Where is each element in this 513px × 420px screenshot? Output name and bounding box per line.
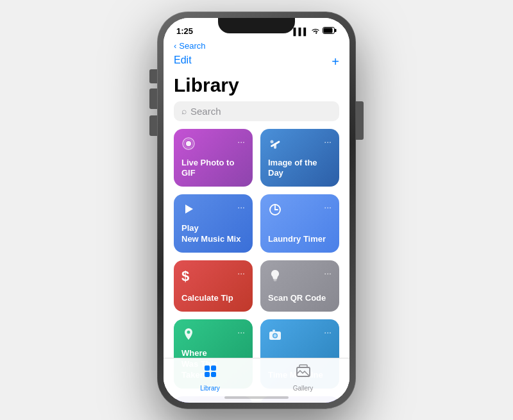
- search-placeholder: Search: [190, 106, 221, 117]
- screen-content: 1:25 ▌▌▌: [164, 18, 349, 403]
- tab-bar: Library Gallery: [164, 358, 349, 403]
- svg-rect-28: [205, 372, 210, 377]
- svg-point-8: [271, 140, 274, 143]
- shortcut-scan-qr[interactable]: ··· Scan QR Code: [260, 260, 339, 312]
- svg-rect-7: [274, 144, 276, 149]
- library-tab-icon: [203, 364, 218, 383]
- svg-rect-19: [273, 330, 275, 332]
- card-menu-icon[interactable]: ···: [324, 327, 332, 337]
- card-label: Live Photo to GIF: [181, 158, 245, 180]
- card-menu-icon[interactable]: ···: [324, 268, 332, 278]
- volume-up-button[interactable]: [149, 88, 157, 109]
- shortcut-laundry-timer[interactable]: ··· Laundry Timer: [260, 194, 339, 253]
- camera-icon: [268, 327, 282, 344]
- card-menu-icon[interactable]: ···: [237, 137, 245, 147]
- timer-icon: [268, 202, 282, 219]
- battery-icon: [323, 27, 337, 35]
- edit-button[interactable]: Edit: [174, 55, 192, 66]
- notch: [218, 18, 295, 33]
- lightbulb-icon: [268, 268, 282, 285]
- status-bar: 1:25 ▌▌▌: [164, 18, 349, 40]
- svg-point-15: [187, 331, 190, 334]
- location-icon: [181, 327, 196, 344]
- status-icons: ▌▌▌: [294, 27, 337, 36]
- svg-rect-2: [324, 28, 333, 33]
- svg-point-3: [186, 141, 191, 146]
- page-title: Library: [164, 74, 349, 101]
- back-arrow-icon: ‹: [174, 41, 176, 51]
- card-menu-icon[interactable]: ···: [324, 202, 332, 212]
- signal-icon: ▌▌▌: [294, 28, 308, 35]
- svg-rect-14: [274, 281, 276, 281]
- live-photo-icon: [181, 137, 196, 154]
- volume-down-button[interactable]: [149, 115, 157, 136]
- card-label: Scan QR Code: [268, 293, 332, 304]
- phone-screen: 1:25 ▌▌▌: [164, 18, 349, 403]
- svg-point-18: [274, 334, 277, 337]
- card-label: Calculate Tip: [181, 293, 245, 304]
- svg-rect-1: [335, 29, 337, 32]
- nav-back[interactable]: ‹ Search: [164, 40, 349, 52]
- play-icon: [181, 202, 196, 219]
- wifi-icon: [311, 27, 320, 36]
- tab-gallery-label: Gallery: [293, 385, 314, 392]
- dollar-icon: $: [181, 268, 189, 285]
- card-menu-icon[interactable]: ···: [237, 327, 245, 337]
- telescope-icon: [268, 137, 282, 154]
- card-menu-icon[interactable]: ···: [237, 202, 245, 212]
- card-menu-icon[interactable]: ···: [237, 268, 245, 278]
- shortcut-live-photo-gif[interactable]: ··· Live Photo to GIF: [174, 129, 253, 187]
- svg-rect-27: [211, 365, 216, 371]
- home-indicator: [224, 396, 289, 399]
- mute-button[interactable]: [149, 69, 157, 83]
- shortcut-image-of-day[interactable]: ··· Image of the Day: [260, 129, 339, 187]
- tab-library[interactable]: Library: [164, 364, 256, 392]
- add-button[interactable]: +: [332, 55, 339, 69]
- card-menu-icon[interactable]: ···: [324, 137, 332, 147]
- search-icon: ⌕: [181, 106, 187, 116]
- shortcut-play-music[interactable]: ··· PlayNew Music Mix: [174, 194, 253, 253]
- status-time: 1:25: [176, 26, 193, 36]
- gallery-tab-icon: [296, 364, 311, 383]
- card-label: PlayNew Music Mix: [181, 223, 245, 245]
- header-row: Edit +: [164, 52, 349, 74]
- svg-rect-31: [299, 365, 307, 367]
- svg-rect-29: [211, 372, 216, 377]
- tab-library-label: Library: [200, 385, 220, 392]
- power-button[interactable]: [356, 101, 364, 140]
- back-label: Search: [179, 41, 205, 51]
- svg-rect-13: [274, 280, 277, 281]
- search-bar[interactable]: ⌕ Search: [174, 101, 339, 121]
- phone-frame: 1:25 ▌▌▌: [157, 12, 356, 409]
- svg-rect-26: [205, 365, 210, 371]
- svg-marker-9: [185, 205, 193, 214]
- card-label: Image of the Day: [268, 158, 332, 180]
- card-label: Laundry Timer: [268, 234, 332, 245]
- shortcut-calculate-tip[interactable]: $ ··· Calculate Tip: [174, 260, 253, 312]
- tab-gallery[interactable]: Gallery: [256, 364, 349, 392]
